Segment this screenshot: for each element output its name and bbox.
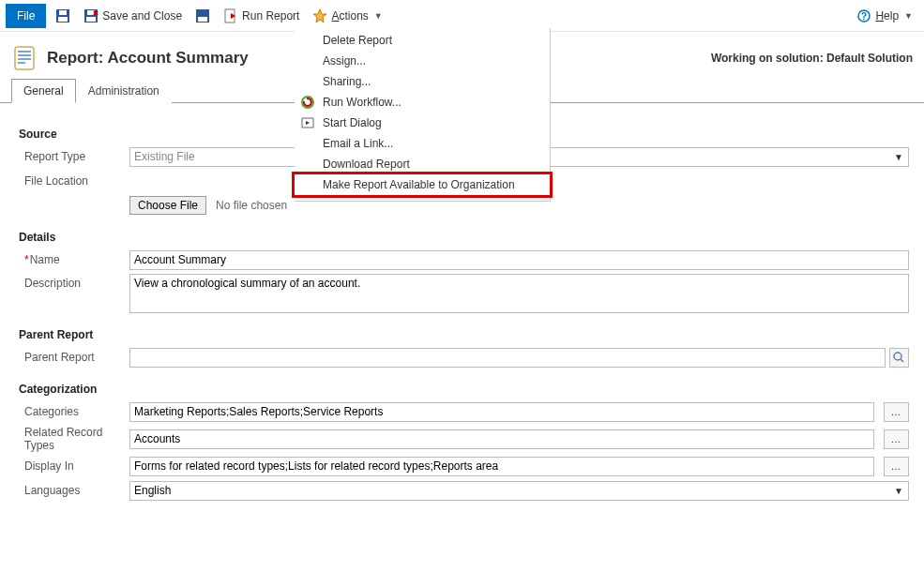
label-report-type: Report Type [19, 150, 129, 163]
help-icon: ? [856, 8, 871, 23]
name-input[interactable] [129, 250, 909, 270]
actions-dropdown: Delete Report Assign... Sharing... Run W… [295, 28, 551, 202]
svg-rect-19 [18, 51, 31, 53]
save-as-icon [195, 8, 210, 23]
svg-rect-4 [86, 17, 96, 22]
label-related-record-types: Related Record Types [19, 426, 129, 452]
svg-rect-22 [18, 62, 25, 64]
menu-make-available-org[interactable]: Make Report Available to Organization [295, 174, 550, 195]
actions-star-icon [312, 8, 327, 23]
related-record-types-input[interactable] [129, 429, 874, 449]
label-description: Description [19, 274, 129, 290]
svg-rect-20 [18, 54, 31, 56]
no-file-chosen-text: No file chosen [216, 199, 287, 212]
save-close-label: Save and Close [102, 9, 182, 23]
chevron-down-icon: ▼ [374, 11, 383, 21]
categories-input[interactable] [129, 402, 874, 422]
save-as-button[interactable] [191, 6, 214, 26]
description-input[interactable] [129, 274, 909, 313]
save-button[interactable] [52, 6, 74, 26]
tab-administration[interactable]: Administration [76, 79, 172, 103]
label-file-location: File Location [19, 174, 129, 188]
menu-download-report[interactable]: Download Report [295, 154, 550, 174]
run-report-button[interactable]: Run Report [220, 6, 303, 26]
solution-context: Working on solution: Default Solution [711, 52, 913, 65]
actions-menu-button[interactable]: Actions ▼ [309, 6, 386, 26]
label-name: *Name [19, 253, 129, 266]
parent-report-lookup[interactable] [129, 348, 886, 368]
save-close-icon [83, 8, 98, 23]
menu-assign[interactable]: Assign... [295, 51, 550, 71]
save-and-close-button[interactable]: Save and Close [80, 6, 186, 26]
svg-marker-12 [313, 9, 326, 23]
svg-rect-9 [198, 17, 207, 22]
svg-point-23 [894, 353, 901, 360]
svg-rect-21 [18, 58, 31, 60]
display-in-browse-button[interactable]: … [884, 457, 909, 476]
display-in-input[interactable] [129, 457, 874, 476]
section-parent-report: Parent Report [19, 328, 909, 341]
svg-rect-2 [59, 10, 67, 15]
help-button[interactable]: ? Help ▼ [851, 6, 918, 26]
page-title: Report: Account Summary [47, 49, 249, 68]
categories-browse-button[interactable]: … [884, 402, 909, 422]
tab-general[interactable]: General [11, 79, 76, 103]
menu-sharing[interactable]: Sharing... [295, 71, 550, 92]
svg-line-24 [901, 359, 903, 362]
lookup-icon [892, 351, 905, 364]
save-icon [55, 8, 70, 23]
section-details: Details [19, 231, 909, 244]
label-parent-report: Parent Report [19, 351, 129, 364]
languages-select[interactable] [129, 481, 909, 501]
svg-text:?: ? [861, 11, 867, 22]
parent-report-lookup-button[interactable] [889, 348, 909, 368]
label-categories: Categories [19, 405, 129, 418]
run-report-icon [223, 8, 238, 23]
label-display-in: Display In [19, 459, 129, 473]
section-categorization: Categorization [19, 383, 909, 396]
file-menu[interactable]: File [6, 4, 46, 28]
actions-label: Actions [331, 9, 368, 23]
chevron-down-icon: ▼ [904, 11, 913, 21]
help-label: Help [875, 9, 899, 23]
related-record-types-browse-button[interactable]: … [884, 429, 909, 449]
menu-run-workflow[interactable]: Run Workflow... [295, 92, 550, 113]
menu-email-link[interactable]: Email a Link... [295, 133, 550, 154]
dialog-play-icon [300, 115, 315, 130]
report-entity-icon [11, 45, 38, 71]
menu-start-dialog[interactable]: Start Dialog [295, 113, 550, 133]
label-languages: Languages [19, 484, 129, 497]
run-report-label: Run Report [242, 9, 299, 23]
toolbar: File Save and Close Run Report Actions ▼… [0, 0, 924, 32]
menu-delete-report[interactable]: Delete Report [295, 30, 550, 51]
workflow-icon [300, 95, 315, 110]
choose-file-button[interactable]: Choose File [129, 196, 206, 215]
svg-rect-1 [58, 17, 68, 22]
